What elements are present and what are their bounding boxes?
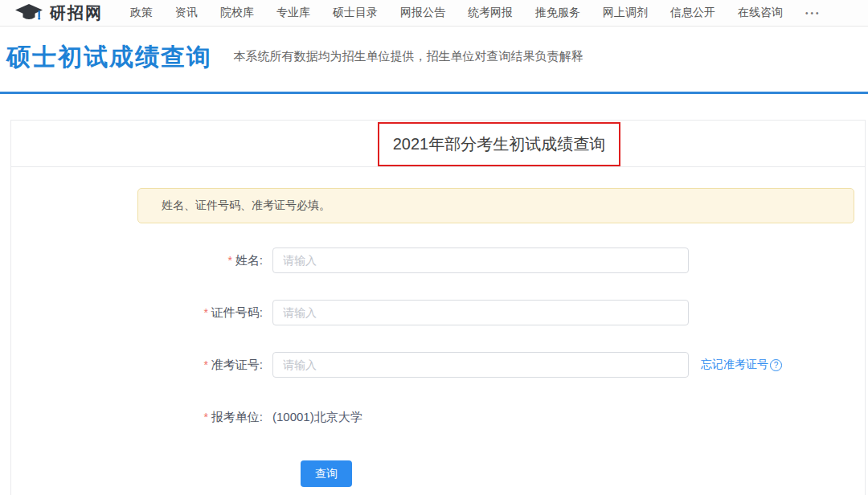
nav-item-news[interactable]: 资讯 [175, 6, 198, 20]
page-title: 硕士初试成绩查询 [6, 41, 212, 73]
id-number-label: *证件号码: [11, 305, 272, 321]
nav-menu: 政策 资讯 院校库 专业库 硕士目录 网报公告 统考网报 推免服务 网上调剂 信… [130, 6, 821, 20]
nav-item-policy[interactable]: 政策 [130, 6, 153, 20]
card-body: 姓名、证件号码、准考证号必填。 *姓名: *证件号码: *准考证号: [11, 167, 865, 487]
page-header: 硕士初试成绩查询 本系统所有数据均为招生单位提供，招生单位对查询结果负责解释 [0, 27, 868, 92]
nav-item-major-library[interactable]: 专业库 [276, 6, 310, 20]
forgot-ticket-link[interactable]: 忘记准考证号 ? [701, 358, 782, 372]
name-label: *姓名: [11, 253, 272, 268]
nav-item-college-library[interactable]: 院校库 [220, 6, 254, 20]
query-card: 2021年部分考生初试成绩查询 姓名、证件号码、准考证号必填。 *姓名: *证件… [10, 120, 866, 495]
red-annotation-box: 2021年部分考生初试成绩查询 [378, 122, 620, 166]
nav-more-icon[interactable]: ••• [805, 9, 821, 18]
nav-item-online-consult[interactable]: 在线咨询 [738, 6, 783, 20]
id-number-field[interactable] [272, 300, 689, 325]
nav-item-exemption-service[interactable]: 推免服务 [535, 6, 580, 20]
nav-item-unified-exam-registration[interactable]: 统考网报 [468, 6, 513, 20]
query-button[interactable]: 查询 [301, 460, 352, 487]
required-fields-notice: 姓名、证件号码、准考证号必填。 [137, 188, 854, 223]
required-mark: * [203, 358, 207, 371]
button-row: 查询 [301, 460, 865, 487]
nav-item-master-catalog[interactable]: 硕士目录 [333, 6, 378, 20]
graduation-cap-icon [14, 3, 43, 22]
card-header: 2021年部分考生初试成绩查询 [11, 121, 865, 167]
page-subtitle: 本系统所有数据均为招生单位提供，招生单位对查询结果负责解释 [233, 49, 583, 64]
admission-ticket-label: *准考证号: [11, 358, 272, 373]
required-mark: * [227, 254, 231, 267]
form-row-name: *姓名: [11, 248, 865, 273]
required-mark: * [203, 411, 207, 423]
name-field[interactable] [272, 248, 689, 273]
target-institution-label: *报考单位: [11, 410, 272, 425]
notice-text: 姓名、证件号码、准考证号必填。 [162, 198, 330, 213]
nav-item-registration-notice[interactable]: 网报公告 [400, 6, 445, 20]
score-query-form: *姓名: *证件号码: *准考证号: 忘记准考证号 ? [11, 248, 865, 487]
nav-item-online-adjustment[interactable]: 网上调剂 [603, 6, 648, 20]
site-logo[interactable]: 研招网 [14, 2, 103, 24]
blue-divider [0, 92, 868, 94]
admission-ticket-field[interactable] [272, 352, 689, 378]
form-row-target-institution: *报考单位: (10001)北京大学 [11, 404, 865, 430]
form-row-id-number: *证件号码: [11, 300, 865, 325]
top-navigation: 研招网 政策 资讯 院校库 专业库 硕士目录 网报公告 统考网报 推免服务 网上… [0, 0, 868, 27]
logo-text: 研招网 [50, 2, 103, 24]
nav-item-info-disclosure[interactable]: 信息公开 [670, 6, 715, 20]
target-institution-value: (10001)北京大学 [272, 410, 362, 425]
required-mark: * [203, 306, 207, 319]
card-heading: 2021年部分考生初试成绩查询 [393, 133, 606, 155]
help-icon[interactable]: ? [770, 359, 782, 371]
form-row-admission-ticket: *准考证号: 忘记准考证号 ? [11, 352, 865, 378]
